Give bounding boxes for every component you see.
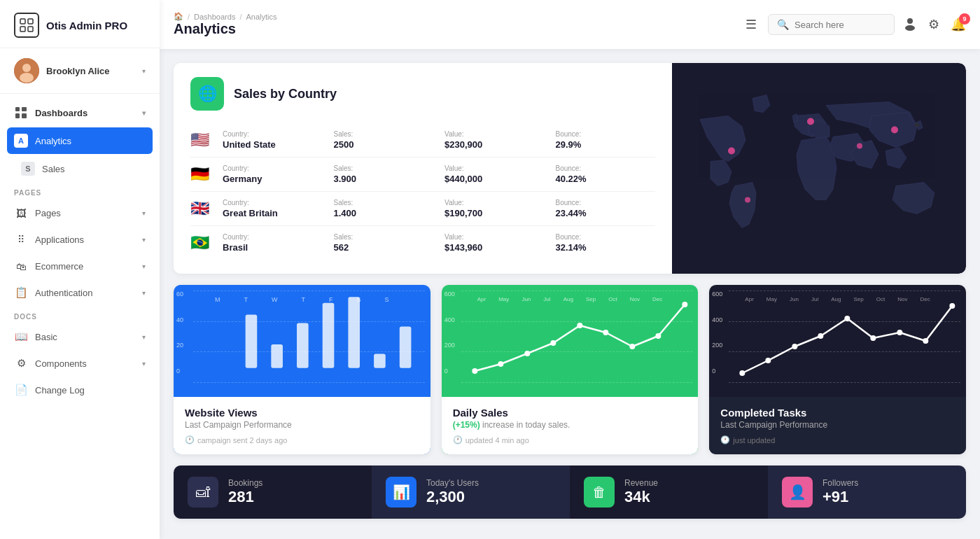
sidebar-item-authentication[interactable]: 📋 Authentication ▾ [0, 279, 160, 306]
bounce-col: Bounce: 23.44% [556, 199, 656, 218]
notifications-icon[interactable]: 🔔 9 [951, 17, 966, 32]
svg-rect-10 [22, 113, 27, 118]
bar [246, 315, 258, 368]
completed-tasks-footer: 🕐 just updated [720, 435, 955, 444]
search-icon: 🔍 [777, 19, 789, 30]
header: 🏠 / Dashboards / Analytics Analytics ☰ 🔍… [160, 0, 980, 49]
completed-tasks-info: Completed Tasks Last Campaign Performanc… [709, 397, 966, 454]
applications-icon: ⠿ [14, 232, 28, 246]
users-texts: Today's Users 2,300 [426, 478, 556, 506]
svg-rect-0 [20, 19, 25, 24]
sidebar-item-applications[interactable]: ⠿ Applications ▾ [0, 226, 160, 253]
breadcrumb-dashboards[interactable]: Dashboards [194, 13, 235, 21]
completed-tasks-title: Completed Tasks [720, 407, 955, 419]
chevron-icon-basic: ▾ [142, 333, 146, 341]
svg-point-11 [907, 18, 913, 24]
users-icon-box: 📊 [386, 477, 416, 507]
bar [323, 303, 335, 368]
svg-point-28 [740, 370, 746, 376]
stat-bookings: 🛋 Bookings 281 [174, 465, 372, 519]
bar [297, 323, 309, 368]
sidebar-item-components[interactable]: ⚙ Components ▾ [0, 350, 160, 377]
website-views-subtitle: Last Campaign Performance [185, 420, 419, 430]
analytics-icon: A [14, 134, 28, 148]
logo-icon [14, 13, 39, 38]
sales-col: Sales: 2500 [334, 130, 434, 150]
svg-rect-2 [20, 27, 25, 31]
completed-tasks-subtitle: Last Campaign Performance [720, 420, 955, 430]
country-flag: 🇬🇧 [190, 200, 211, 218]
value-col: Value: $440,000 [444, 164, 545, 184]
bookings-label: Bookings [228, 478, 358, 488]
notification-badge: 9 [959, 13, 970, 24]
chevron-icon-apps: ▾ [142, 236, 146, 244]
country-row: 🇩🇪 Country: Germany Sales: 3.900 Value: … [190, 158, 655, 192]
world-map-section: .land{fill:#2a3050;stroke:#3a4070;stroke… [672, 63, 966, 274]
user-name: Brooklyn Alice [46, 66, 135, 76]
svg-point-26 [655, 333, 661, 339]
clock-icon-daily: 🕐 [453, 435, 463, 444]
search-input[interactable] [794, 20, 886, 30]
value-col: Value: $190,700 [444, 199, 545, 218]
bookings-icon-box: 🛋 [188, 477, 218, 507]
content-area: 🌐 Sales by Country 🇺🇸 Country: United St… [160, 49, 980, 539]
avatar [14, 58, 39, 83]
svg-point-19 [472, 368, 477, 374]
sidebar-item-ecommerce[interactable]: 🛍 Ecommerce ▾ [0, 253, 160, 279]
svg-point-18 [915, 123, 919, 127]
sidebar-item-sales[interactable]: S Sales [0, 155, 160, 182]
users-label: Today's Users [426, 478, 556, 488]
svg-point-24 [603, 330, 608, 335]
country-col: Country: United State [223, 130, 323, 150]
menu-toggle-icon[interactable]: ☰ [746, 17, 757, 32]
user-profile-icon[interactable] [903, 16, 917, 34]
sidebar-item-changelog[interactable]: 📄 Change Log [0, 377, 160, 403]
bar [348, 297, 360, 368]
world-map-svg: .land{fill:#2a3050;stroke:#3a4070;stroke… [672, 63, 966, 274]
svg-point-20 [498, 361, 503, 367]
clock-icon: 🕐 [185, 435, 195, 444]
daily-sales-footer-text: updated 4 min ago [465, 436, 529, 444]
section-docs: DOCS [0, 306, 160, 323]
revenue-label: Revenue [624, 478, 754, 488]
revenue-value: 34k [624, 488, 754, 506]
country-flag: 🇧🇷 [190, 234, 211, 252]
bounce-col: Bounce: 32.14% [556, 233, 656, 253]
sidebar-item-basic[interactable]: 📖 Basic ▾ [0, 323, 160, 350]
sales-col: Sales: 3.900 [334, 164, 434, 184]
chevron-icon-comp: ▾ [142, 360, 146, 368]
sidebar-item-pages[interactable]: 🖼 Pages ▾ [0, 200, 160, 226]
svg-point-5 [22, 64, 31, 72]
pages-icon: 🖼 [14, 206, 28, 220]
svg-point-23 [577, 323, 582, 328]
daily-sales-subtitle: (+15%) increase in today sales. [453, 420, 687, 430]
daily-sales-subtitle-text: increase in today sales. [482, 420, 570, 430]
chevron-icon-auth: ▾ [142, 289, 146, 297]
bounce-col: Bounce: 40.22% [556, 164, 656, 184]
website-views-title: Website Views [185, 407, 419, 419]
country-flag: 🇩🇪 [190, 165, 211, 183]
sales-label: Sales [42, 164, 146, 174]
sidebar-item-analytics[interactable]: A Analytics [7, 127, 153, 154]
chevron-icon-pages: ▾ [142, 209, 146, 217]
breadcrumb: 🏠 / Dashboards / Analytics [174, 12, 276, 21]
sales-icon: S [21, 162, 35, 176]
website-views-footer-text: campaign sent 2 days ago [197, 436, 287, 444]
completed-tasks-chart: 6004002000 [709, 285, 966, 397]
svg-point-21 [524, 351, 530, 356]
svg-point-32 [845, 316, 850, 321]
daily-sales-chart: 6004002000 [442, 285, 699, 397]
followers-label: Followers [822, 478, 952, 488]
followers-value: +91 [822, 488, 952, 506]
bar-chart-svg [193, 290, 425, 374]
sales-col: Sales: 1.400 [334, 199, 434, 218]
stat-followers: 👤 Followers +91 [768, 465, 966, 519]
settings-icon[interactable]: ⚙ [928, 17, 939, 32]
svg-point-30 [792, 344, 798, 349]
sidebar: Otis Admin PRO Brooklyn Alice ▾ Das [0, 0, 160, 539]
sidebar-user[interactable]: Brooklyn Alice ▾ [0, 48, 160, 94]
analytics-label: Analytics [35, 136, 146, 146]
sidebar-item-dashboards[interactable]: Dashboards ▾ [0, 99, 160, 126]
basic-label: Basic [35, 332, 135, 342]
changelog-icon: 📄 [14, 383, 28, 397]
